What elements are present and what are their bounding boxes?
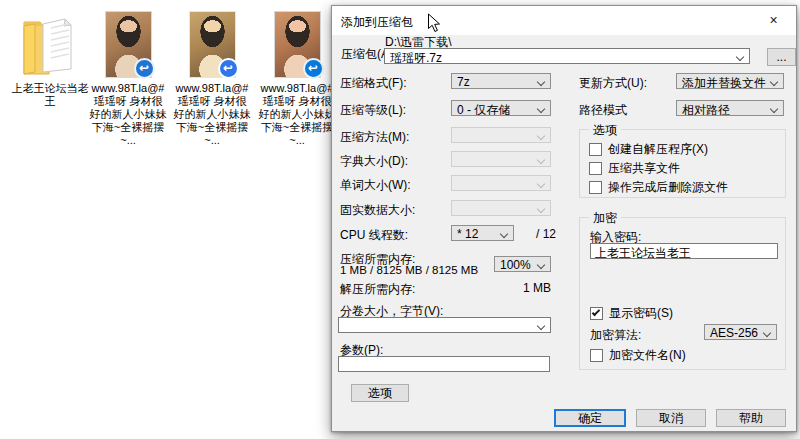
browse-button[interactable]: ...: [767, 48, 796, 66]
dialog-title: 添加到压缩包: [341, 14, 413, 31]
desktop-file-item[interactable]: ↩ www.98T.la@#瑶瑶呀 身材很好的新人小妹妹下海~全裸摇摆~...: [255, 8, 339, 147]
level-label: 压缩等级(L):: [340, 102, 406, 119]
checkbox-unchecked[interactable]: [589, 181, 602, 194]
show-password-label: 显示密码(S): [609, 305, 673, 322]
method-label: 压缩方法(M):: [340, 129, 409, 146]
desktop: 上老王论坛当老王 ↩ www.98T.la@#瑶瑶呀 身材很好的新人小妹妹下海~…: [0, 0, 800, 439]
options-button[interactable]: 选项: [351, 384, 409, 402]
share-arrow-icon: ↩: [303, 58, 324, 79]
algo-label: 加密算法:: [590, 327, 641, 344]
word-label: 单词大小(W):: [340, 177, 411, 194]
mouse-cursor-icon: [427, 13, 441, 33]
archive-name-value: 瑶瑶呀.7z: [390, 51, 442, 64]
sfx-checkbox-row[interactable]: 创建自解压程序(X): [589, 141, 708, 158]
level-combo[interactable]: 0 - 仅存储: [451, 100, 551, 116]
close-icon[interactable]: ×: [751, 6, 796, 35]
shared-files-checkbox-label: 压缩共享文件: [608, 160, 680, 177]
mem-percent-combo[interactable]: 100%: [494, 256, 551, 272]
encrypt-names-checkbox-row[interactable]: 加密文件名(N): [590, 347, 686, 364]
chevron-down-icon: [537, 205, 545, 213]
update-mode-combo[interactable]: 添加并替换文件: [676, 73, 784, 89]
cpu-label: CPU 线程数:: [340, 227, 408, 244]
chevron-down-icon[interactable]: [537, 261, 545, 269]
video-thumbnail: ↩: [105, 11, 152, 78]
folder-icon: [8, 8, 92, 78]
chevron-down-icon[interactable]: [763, 329, 771, 337]
volume-combo[interactable]: [338, 317, 551, 333]
params-input[interactable]: [338, 356, 550, 372]
shared-files-checkbox-row[interactable]: 压缩共享文件: [589, 160, 680, 177]
ok-button[interactable]: 确定: [554, 409, 626, 427]
options-group-title: 选项: [589, 122, 621, 139]
share-arrow-icon: ↩: [218, 58, 239, 79]
password-input[interactable]: 上老王论坛当老王: [590, 243, 778, 259]
mem-compress-value: 1 MB / 8125 MB / 8125 MB: [340, 264, 478, 276]
algo-combo[interactable]: AES-256: [704, 324, 777, 340]
chevron-down-icon[interactable]: [500, 230, 508, 238]
method-combo: [451, 127, 551, 143]
checkbox-unchecked[interactable]: [589, 162, 602, 175]
mem-extract-value: 1 MB: [492, 281, 551, 295]
chevron-down-icon[interactable]: [537, 105, 545, 113]
format-value: 7z: [457, 75, 470, 89]
password-value: 上老王论坛当老王: [595, 246, 691, 259]
chevron-down-icon: [537, 156, 545, 164]
format-label: 压缩格式(F):: [340, 75, 407, 92]
checkbox-unchecked[interactable]: [589, 143, 602, 156]
add-to-archive-dialog: 添加到压缩包 × 压缩包(A) D:\迅雷下载\ 瑶瑶呀.7z ... 压缩格式…: [331, 5, 797, 432]
file-label: www.98T.la@#瑶瑶呀 身材很好的新人小妹妹下海~全裸摇摆~...: [172, 82, 252, 147]
mem-percent-value: 100%: [500, 258, 531, 272]
share-arrow-icon: ↩: [134, 58, 155, 79]
delete-source-checkbox-row[interactable]: 操作完成后删除源文件: [589, 179, 728, 196]
chevron-down-icon: [537, 180, 545, 188]
sfx-checkbox-label: 创建自解压程序(X): [608, 141, 708, 158]
chevron-down-icon[interactable]: [770, 78, 778, 86]
cpu-value: * 12: [457, 227, 478, 241]
update-mode-value: 添加并替换文件: [682, 76, 766, 89]
algo-value: AES-256: [710, 326, 758, 340]
show-password-checkbox-row[interactable]: 显示密码(S): [590, 305, 673, 322]
level-value: 0 - 仅存储: [457, 103, 510, 116]
checkbox-checked[interactable]: [590, 307, 603, 320]
path-mode-value: 相对路径: [682, 103, 730, 116]
chevron-down-icon[interactable]: [736, 53, 744, 61]
dict-label: 字典大小(D):: [340, 153, 408, 170]
folder-label: 上老王论坛当老王: [10, 82, 90, 108]
desktop-file-item[interactable]: ↩ www.98T.la@#瑶瑶呀 身材很好的新人小妹妹下海~全裸摇摆~...: [86, 8, 170, 147]
archive-name-combo[interactable]: 瑶瑶呀.7z: [384, 48, 750, 64]
solid-label: 固实数据大小:: [340, 202, 415, 219]
cancel-button[interactable]: 取消: [636, 409, 706, 427]
checkmark-icon: [592, 308, 600, 316]
checkbox-unchecked[interactable]: [590, 349, 603, 362]
file-label: www.98T.la@#瑶瑶呀 身材很好的新人小妹妹下海~全裸摇摆~...: [88, 82, 168, 147]
desktop-folder-item[interactable]: 上老王论坛当老王: [8, 8, 92, 108]
chevron-down-icon: [537, 132, 545, 140]
update-mode-label: 更新方式(U):: [579, 75, 647, 92]
cpu-combo[interactable]: * 12: [451, 225, 514, 241]
path-mode-combo[interactable]: 相对路径: [676, 100, 784, 116]
word-combo: [451, 175, 551, 191]
cpu-total: / 12: [536, 227, 556, 241]
file-label: www.98T.la@#瑶瑶呀 身材很好的新人小妹妹下海~全裸摇摆~...: [257, 82, 337, 147]
dialog-titlebar[interactable]: 添加到压缩包 ×: [332, 6, 796, 35]
options-group: 选项 创建自解压程序(X) 压缩共享文件 操作完成后删除源文件: [579, 129, 786, 198]
format-combo[interactable]: 7z: [451, 73, 551, 89]
desktop-file-item[interactable]: ↩ www.98T.la@#瑶瑶呀 身材很好的新人小妹妹下海~全裸摇摆~...: [170, 8, 254, 147]
solid-combo: [451, 200, 551, 216]
encryption-group-title: 加密: [589, 210, 621, 227]
delete-source-checkbox-label: 操作完成后删除源文件: [608, 179, 728, 196]
mem-extract-label: 解压所需内存:: [340, 281, 415, 298]
video-thumbnail: ↩: [189, 11, 236, 78]
chevron-down-icon[interactable]: [770, 105, 778, 113]
encryption-group: 加密 输入密码: 上老王论坛当老王 显示密码(S) 加密算法: AES-256 …: [579, 217, 786, 370]
dict-combo: [451, 151, 551, 167]
encrypt-names-label: 加密文件名(N): [609, 347, 686, 364]
help-button[interactable]: 帮助: [716, 409, 786, 427]
path-mode-label: 路径模式: [579, 102, 627, 119]
chevron-down-icon[interactable]: [537, 322, 545, 330]
video-thumbnail: ↩: [274, 11, 321, 78]
chevron-down-icon[interactable]: [537, 78, 545, 86]
